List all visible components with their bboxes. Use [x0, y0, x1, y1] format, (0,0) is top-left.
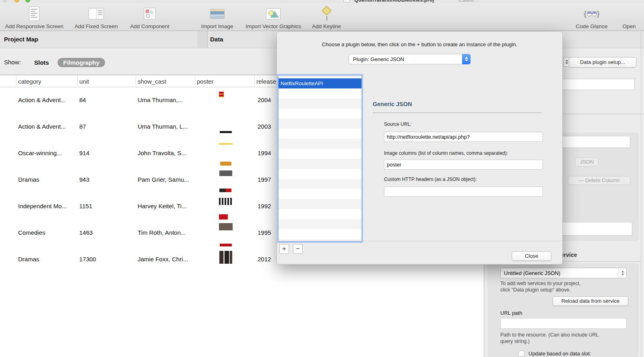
update-data-slot-checkbox[interactable]	[518, 351, 524, 357]
plugin-type-dropdown[interactable]: Plugin: Generic JSON	[349, 54, 471, 64]
service-help-text: click "Data plugin setup" above.	[500, 287, 571, 293]
minimize-window-button[interactable]	[14, 0, 19, 2]
tab-slots[interactable]: Slots	[31, 58, 52, 67]
close-window-button[interactable]	[2, 0, 7, 2]
column-header-category[interactable]: category	[18, 78, 41, 85]
url-path-help-text: Path to the resource. (Can also include …	[500, 332, 599, 338]
tab-filmography[interactable]: Filmography	[58, 58, 105, 67]
keyline-icon	[320, 6, 332, 22]
web-service-subpanel: Untitled (Generic JSON) To add web servi…	[487, 263, 639, 357]
fixed-screen-icon	[89, 8, 104, 19]
image-columns-label: Image columns (list of column names, com…	[384, 150, 508, 156]
json-format-button[interactable]: JSON	[575, 158, 599, 166]
update-data-slot-label: Update based on data slot:	[528, 351, 591, 357]
data-plugin-setup-button[interactable]: Data plugin setup...	[569, 57, 636, 68]
import-image-button[interactable]: Import Image	[194, 6, 240, 29]
remove-plugin-instance-button[interactable]: −	[293, 244, 303, 254]
plugin-instances-list[interactable]: NetflixRouletteAPI	[278, 75, 362, 242]
data-panel-title: Data	[210, 36, 223, 43]
column-header-show-cast[interactable]: show_cast	[138, 78, 166, 85]
code-glance-button[interactable]: {} Code Glance	[576, 6, 608, 29]
source-url-input[interactable]	[384, 132, 543, 142]
url-path-input[interactable]	[500, 318, 627, 329]
dropdown-stepper-icon	[619, 268, 626, 278]
zoom-window-button[interactable]	[25, 0, 30, 2]
window-title: QuentinTarantinoDBMovies.proj	[354, 0, 434, 3]
dropdown-stepper-icon	[462, 54, 471, 64]
close-dialog-button[interactable]: Close	[512, 251, 551, 261]
delete-column-button[interactable]: — Delete Column	[568, 176, 630, 185]
window-edge-divider	[641, 31, 641, 357]
service-help-text: To add web services to your project,	[500, 281, 580, 286]
url-path-label: URL path	[500, 310, 522, 316]
project-map-panel-title: Project Map	[4, 36, 38, 43]
service-instance-dropdown[interactable]: Untitled (Generic JSON)	[500, 268, 627, 278]
edited-badge: Edited	[459, 0, 474, 3]
add-component-button[interactable]: Add Component	[126, 6, 174, 29]
list-item-selected[interactable]: NetflixRouletteAPI	[279, 78, 361, 88]
dialog-instruction-text: Choose a plugin below, then click on the…	[277, 41, 562, 47]
add-responsive-screen-button[interactable]: Add Responsive Screen	[1, 6, 68, 29]
binoculars-icon: {}	[584, 9, 600, 18]
import-vector-graphics-button[interactable]: Import Vector Graphics	[240, 6, 306, 29]
source-url-label: Source URL:	[384, 121, 412, 127]
vector-graphics-icon	[266, 8, 281, 19]
url-path-help-text: query string.)	[500, 339, 530, 344]
image-columns-input[interactable]	[384, 160, 543, 170]
add-fixed-screen-button[interactable]: Add Fixed Screen	[72, 6, 120, 29]
open-button[interactable]: Open	[615, 6, 643, 29]
plugin-section-title: Generic JSON	[373, 101, 412, 107]
add-keyline-button[interactable]: Add Keyline	[309, 6, 344, 29]
column-header-poster[interactable]: poster	[197, 78, 214, 85]
show-label: Show:	[4, 59, 21, 66]
component-icon	[144, 8, 156, 20]
dialog-footer-divider	[277, 241, 562, 241]
http-headers-input[interactable]	[384, 187, 543, 197]
document-proxy-icon[interactable]	[343, 0, 350, 2]
add-plugin-instance-button[interactable]: +	[279, 244, 289, 254]
image-icon	[210, 9, 225, 19]
responsive-screen-icon	[29, 6, 39, 21]
title-bar: QuentinTarantinoDBMovies.proj Edited	[0, 0, 644, 3]
data-plugin-setup-dialog: Choose a plugin below, then click on the…	[277, 31, 563, 265]
http-headers-label: Custom HTTP headers (as a JSON object):	[384, 176, 477, 182]
section-divider	[373, 113, 542, 113]
toolbar: Add Responsive Screen Add Fixed Screen A…	[0, 3, 644, 31]
column-header-unit[interactable]: unit	[79, 78, 89, 85]
reload-data-button[interactable]: Reload data from service	[553, 296, 628, 306]
